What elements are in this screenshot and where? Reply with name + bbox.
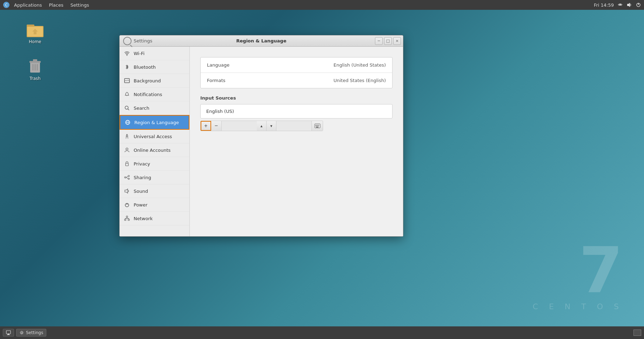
window-titlebar: Settings Region & Language − □ × [120,35,403,47]
move-up-button[interactable]: ▲ [257,121,267,131]
svg-rect-30 [126,163,128,166]
svg-point-18 [127,55,127,56]
region-icon [125,119,131,126]
toolbar-middle-spacer [276,121,311,131]
centos-watermark: 7 C E N T O S [533,239,623,311]
input-sources-title: Input Sources [200,95,393,101]
clock: Fri 14:59 [594,2,614,8]
svg-rect-51 [316,126,316,127]
search-icon[interactable] [123,37,132,45]
sidebar-item-region-language[interactable]: Region & Language [120,115,189,130]
sidebar-item-network[interactable]: Network [120,212,189,225]
background-icon [124,77,130,84]
power-icon [124,202,130,208]
add-input-source-button[interactable]: + [201,121,211,131]
home-icon[interactable]: Home [21,18,49,46]
window-controls: − □ × [375,37,401,45]
taskbar-top-left: C Applications Places Settings [3,1,92,8]
settings-menu[interactable]: Settings [68,2,92,8]
svg-line-35 [126,177,128,178]
sidebar-item-universal-access[interactable]: Universal Access [120,130,189,143]
applications-menu[interactable]: Applications [11,2,45,8]
sidebar-sound-label: Sound [134,189,148,194]
home-label: Home [29,39,41,44]
formats-value: United States (English) [334,78,386,83]
search-sidebar-icon [124,105,130,111]
window-body: Wi-Fi Bluetooth [120,47,403,236]
sidebar-item-background[interactable]: Background [120,74,189,88]
online-accounts-icon [124,147,130,153]
svg-marker-3 [627,3,630,7]
svg-rect-41 [128,219,129,221]
formats-label: Formats [207,78,334,83]
language-label: Language [207,62,334,68]
svg-rect-54 [316,127,318,128]
svg-line-27 [126,137,126,138]
network-icon [124,215,130,222]
sidebar-item-notifications[interactable]: Notifications [120,88,189,101]
window-title-left: Settings [120,37,190,45]
svg-rect-50 [318,125,319,126]
sidebar-item-privacy[interactable]: Privacy [120,157,189,171]
svg-point-32 [128,178,129,179]
svg-point-20 [125,106,128,109]
sound-icon [124,188,130,194]
input-sources-toolbar: + − ▲ ▼ [200,121,323,131]
volume-icon [626,2,632,8]
language-row[interactable]: Language English (United States) [201,57,392,73]
minimize-button[interactable]: − [375,37,383,45]
places-menu[interactable]: Places [46,2,66,8]
move-down-button[interactable]: ▼ [267,121,276,131]
sidebar-item-power[interactable]: Power [120,198,189,212]
svg-rect-53 [318,126,318,127]
sidebar-item-search[interactable]: Search [120,101,189,115]
app-menu-icon: C [3,1,10,8]
sidebar-search-label: Search [134,106,149,111]
sidebar-sharing-label: Sharing [134,175,151,180]
taskbar-bottom: Settings [0,326,644,339]
sidebar-universal-label: Universal Access [134,134,172,139]
trash-label: Trash [29,76,41,81]
toolbar-spacer [222,121,257,131]
svg-point-58 [21,332,23,334]
sidebar-bluetooth-label: Bluetooth [134,65,156,70]
taskbar-top-right: Fri 14:59 [594,2,641,8]
language-value: English (United States) [334,62,386,68]
close-button[interactable]: × [393,37,401,45]
input-sources-box: English (US) [200,104,393,118]
svg-rect-52 [317,126,317,127]
sidebar-item-bluetooth[interactable]: Bluetooth [120,60,189,74]
sidebar-item-sharing[interactable]: Sharing [120,171,189,184]
remove-input-source-button[interactable]: − [211,121,222,131]
settings-sidebar: Wi-Fi Bluetooth [120,47,190,236]
centos-text: C E N T O S [533,302,623,311]
svg-rect-48 [316,125,317,126]
svg-rect-49 [317,125,318,126]
sidebar-item-wifi[interactable]: Wi-Fi [120,47,189,60]
svg-rect-47 [315,125,316,126]
sidebar-item-sound[interactable]: Sound [120,184,189,198]
sidebar-power-label: Power [134,202,147,208]
keyboard-viewer-button[interactable] [311,121,323,131]
taskbar-settings-button[interactable]: Settings [16,329,46,337]
trash-icon[interactable]: Trash [21,54,49,83]
privacy-icon [124,161,130,167]
maximize-button[interactable]: □ [384,37,392,45]
svg-point-25 [127,134,128,135]
sidebar-privacy-label: Privacy [134,161,150,167]
bluetooth-icon [124,64,130,70]
language-info-table: Language English (United States) Formats… [200,57,393,88]
main-content-panel: Language English (United States) Formats… [190,47,403,236]
show-desktop-button[interactable] [3,329,14,337]
svg-rect-56 [8,334,9,334]
formats-row[interactable]: Formats United States (English) [201,73,392,88]
svg-point-29 [126,148,128,150]
taskbar-window-indicator[interactable] [633,330,641,336]
taskbar-settings-label: Settings [26,330,43,335]
desktop: C Applications Places Settings Fri 14:59 [0,0,644,339]
svg-text:C: C [5,3,8,7]
sidebar-network-label: Network [134,216,153,221]
sidebar-item-online-accounts[interactable]: Online Accounts [120,143,189,157]
input-source-english[interactable]: English (US) [201,104,392,118]
svg-rect-11 [34,32,36,34]
